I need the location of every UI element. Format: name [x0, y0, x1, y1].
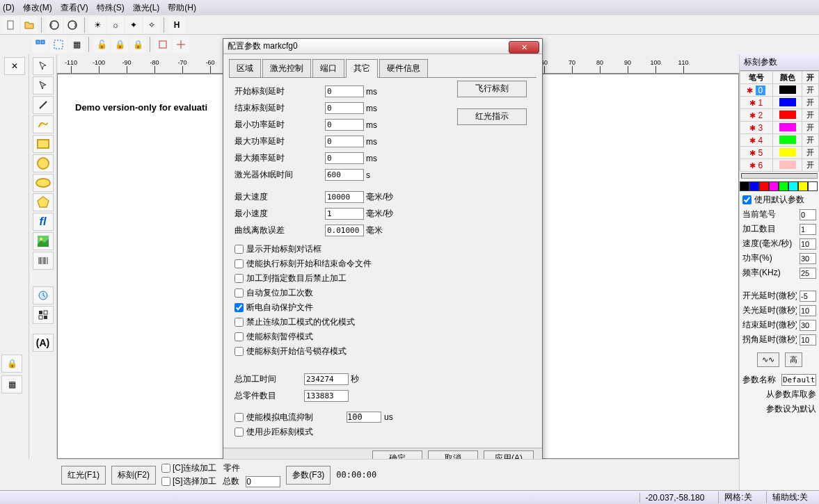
color-swatch[interactable] [779, 181, 788, 191]
pen-row[interactable]: ✱ 6开 [740, 159, 819, 172]
param-input[interactable] [800, 253, 816, 264]
dialog-tab[interactable]: 激光控制 [262, 59, 311, 78]
undo-icon[interactable] [46, 17, 63, 33]
delay-input[interactable] [800, 305, 816, 316]
select-icon[interactable]: ▦ [68, 36, 85, 53]
text-a-icon[interactable]: (A) [33, 334, 54, 352]
config-input[interactable] [325, 225, 364, 236]
red-light-button[interactable]: 红光指示 [457, 108, 527, 125]
config-checkbox[interactable] [234, 288, 244, 298]
config-checkbox[interactable] [234, 318, 244, 327]
config-input[interactable] [325, 152, 364, 164]
menu-item[interactable]: 查看(V) [61, 2, 88, 14]
pen-row[interactable]: ✱ 3开 [740, 122, 819, 134]
barcode-icon[interactable] [33, 252, 54, 270]
clock-icon[interactable] [33, 286, 54, 304]
lock-icon[interactable]: 🔒 [129, 36, 146, 53]
color-swatch[interactable] [808, 181, 818, 191]
line-icon[interactable] [33, 96, 54, 114]
lock-icon[interactable]: 🔓 [93, 36, 110, 53]
tool-icon[interactable]: H [168, 17, 185, 33]
align-icon[interactable] [173, 36, 189, 53]
dialog-tab[interactable]: 硬件信息 [379, 59, 428, 78]
dialog-tab[interactable]: 端口 [312, 59, 344, 78]
close-icon[interactable]: ✕ [509, 41, 539, 54]
config-input[interactable] [325, 119, 364, 131]
redo-icon[interactable] [64, 17, 81, 33]
select-process-checkbox[interactable] [161, 477, 170, 486]
config-checkbox[interactable] [234, 259, 244, 268]
menu-item[interactable]: (D) [3, 3, 15, 13]
pen-row[interactable]: ✱ 4开 [740, 134, 819, 147]
sim-current-checkbox[interactable] [234, 413, 244, 422]
grid-icon[interactable] [33, 306, 54, 324]
param-input[interactable] [800, 238, 816, 250]
menu-item[interactable]: 修改(M) [23, 2, 52, 14]
param-f3-button[interactable]: 参数(F3) [286, 466, 331, 485]
param-input[interactable] [800, 209, 816, 220]
tool-icon[interactable]: ✧ [143, 17, 160, 33]
text-icon[interactable]: fI [33, 213, 54, 231]
menu-item[interactable]: 帮助(H) [168, 2, 196, 14]
color-palette[interactable] [740, 181, 819, 191]
set-default-link[interactable]: 参数设为默认 [766, 404, 816, 414]
color-swatch[interactable] [759, 181, 769, 191]
tool-icon[interactable]: ☼ [107, 17, 124, 33]
config-checkbox[interactable] [234, 332, 244, 341]
config-input[interactable] [325, 86, 364, 97]
align-icon[interactable] [154, 36, 171, 53]
dialog-tab[interactable]: 其它 [346, 59, 378, 78]
node-icon[interactable] [33, 76, 54, 95]
select-icon[interactable] [32, 36, 49, 53]
from-library-link[interactable]: 从参数库取参 [766, 389, 816, 399]
advanced-button[interactable]: 高 [785, 352, 802, 367]
use-default-checkbox[interactable] [742, 195, 752, 204]
grid-small-icon[interactable]: ▦ [1, 375, 22, 393]
config-input[interactable] [325, 169, 364, 181]
pen-row[interactable]: ✱ 2开 [740, 109, 819, 122]
config-input[interactable] [325, 208, 364, 220]
continuous-checkbox[interactable] [161, 464, 170, 473]
config-input[interactable] [325, 102, 364, 114]
open-icon[interactable] [21, 17, 38, 33]
mark-f2-button[interactable]: 标刻(F2) [111, 466, 156, 485]
curve-icon[interactable] [33, 115, 54, 133]
menu-item[interactable]: 特殊(S) [97, 2, 125, 14]
rect-icon[interactable] [33, 135, 54, 153]
config-checkbox[interactable] [234, 245, 244, 254]
color-swatch[interactable] [749, 181, 759, 191]
sim-current-input[interactable] [347, 412, 381, 423]
total-time-input[interactable] [304, 373, 349, 385]
circle-icon[interactable] [33, 154, 54, 172]
polygon-icon[interactable] [33, 193, 54, 211]
config-checkbox[interactable] [234, 274, 244, 283]
new-icon[interactable] [3, 17, 19, 33]
color-swatch[interactable] [769, 181, 779, 191]
total-parts-input[interactable] [304, 390, 349, 402]
param-input[interactable] [800, 224, 816, 235]
config-checkbox[interactable] [234, 347, 244, 356]
dialog-titlebar[interactable]: 配置参数 markcfg0 ✕ [223, 39, 542, 54]
total-count-input[interactable] [246, 476, 280, 487]
menu-item[interactable]: 激光(L) [133, 2, 160, 14]
color-swatch[interactable] [740, 181, 749, 191]
select-icon[interactable] [50, 36, 67, 53]
config-input[interactable] [325, 191, 364, 203]
dialog-tab[interactable]: 区域 [229, 59, 261, 78]
pen-row[interactable]: ✱ 1开 [740, 97, 819, 109]
pointer-icon[interactable] [33, 57, 54, 75]
red-light-f1-button[interactable]: 红光(F1) [61, 466, 106, 485]
config-input[interactable] [325, 136, 364, 147]
wave-button[interactable]: ∿∿ [757, 352, 779, 367]
fly-mark-button[interactable]: 飞行标刻 [457, 81, 527, 97]
delay-input[interactable] [800, 320, 816, 331]
delay-input[interactable] [800, 334, 816, 346]
pen-row[interactable]: ✱ 5开 [740, 147, 819, 159]
step-mode-checkbox[interactable] [234, 428, 244, 437]
lock-icon[interactable]: 🔒 [111, 36, 128, 53]
ellipse-icon[interactable] [33, 174, 54, 192]
image-icon[interactable] [33, 232, 54, 250]
close-panel-icon[interactable]: ✕ [4, 57, 25, 75]
color-swatch[interactable] [788, 181, 798, 191]
delay-input[interactable] [800, 291, 816, 302]
